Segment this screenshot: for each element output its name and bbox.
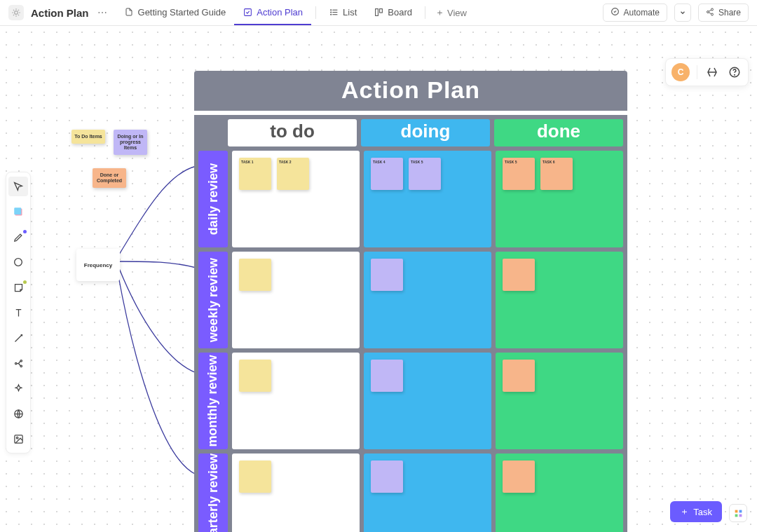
- share-button[interactable]: Share: [698, 4, 749, 22]
- action-plan-board[interactable]: Action Plan to do doing done daily revie…: [194, 71, 627, 532]
- presence-panel: C: [665, 58, 749, 86]
- svg-point-24: [16, 437, 18, 439]
- svg-point-0: [15, 11, 18, 15]
- cell-quarterly-doing[interactable]: [364, 453, 491, 532]
- page-title: Action Plan: [31, 7, 89, 19]
- connector-tool[interactable]: [8, 328, 28, 348]
- svg-point-11: [711, 8, 713, 11]
- tab-label: List: [343, 7, 357, 18]
- svg-point-13: [711, 13, 713, 15]
- cell-daily-done[interactable]: TASK 5 TASK 6: [496, 151, 623, 247]
- list-icon: [329, 7, 339, 17]
- automate-dropdown[interactable]: [674, 4, 691, 22]
- pen-tool[interactable]: [8, 227, 28, 247]
- tab-action-plan[interactable]: Action Plan: [234, 0, 311, 25]
- tab-list[interactable]: List: [320, 0, 365, 25]
- sticky[interactable]: [371, 259, 403, 291]
- sticky[interactable]: [503, 461, 535, 493]
- cell-daily-doing[interactable]: TASK 4 TASK 5: [364, 151, 491, 247]
- sticky-task2[interactable]: TASK 2: [277, 158, 309, 190]
- cell-daily-todo[interactable]: TASK 1 TASK 2: [232, 151, 360, 247]
- add-view-button[interactable]: ＋ View: [430, 6, 472, 19]
- share-label: Share: [718, 8, 741, 18]
- shape-tool[interactable]: [8, 252, 28, 272]
- sticky[interactable]: [239, 360, 271, 392]
- whiteboard-canvas[interactable]: C To Do Items Doing or In progress Items…: [0, 26, 757, 532]
- image-tool[interactable]: [8, 429, 28, 449]
- select-tool[interactable]: [8, 177, 28, 196]
- sticky-task1[interactable]: TASK 1: [239, 158, 271, 190]
- svg-rect-1: [244, 8, 251, 15]
- row-daily: daily review TASK 1 TASK 2 TASK 4 TASK 5…: [198, 151, 623, 247]
- automate-button[interactable]: Automate: [603, 4, 667, 22]
- cell-weekly-done[interactable]: [496, 252, 623, 348]
- board-title: Action Plan: [194, 71, 627, 111]
- ai-tool[interactable]: [8, 378, 28, 398]
- tab-board[interactable]: Board: [365, 0, 421, 25]
- apps-button[interactable]: [729, 504, 747, 522]
- sticky-tool[interactable]: [8, 202, 28, 221]
- automate-icon: [611, 7, 620, 18]
- sticky[interactable]: [371, 360, 403, 392]
- sticky-task5b[interactable]: TASK 5: [503, 158, 535, 190]
- svg-point-18: [15, 259, 22, 266]
- help-icon[interactable]: [727, 64, 742, 80]
- cell-monthly-todo[interactable]: [232, 353, 360, 449]
- tab-getting-started[interactable]: Getting Started Guide: [116, 0, 235, 25]
- new-task-button[interactable]: ＋ Task: [670, 501, 722, 522]
- sticky[interactable]: [371, 461, 403, 493]
- col-done: done: [494, 119, 623, 146]
- row-weekly: weekly review: [198, 252, 623, 348]
- text-tool[interactable]: [8, 303, 28, 322]
- web-tool[interactable]: [8, 404, 28, 423]
- tab-label: Action Plan: [257, 7, 303, 18]
- row-label-quarterly: quarterly review: [198, 453, 228, 532]
- svg-point-26: [735, 74, 735, 75]
- cell-monthly-doing[interactable]: [364, 353, 491, 449]
- tab-label: Getting Started Guide: [138, 7, 226, 18]
- row-label-daily: daily review: [198, 151, 228, 247]
- automate-label: Automate: [624, 8, 660, 18]
- sticky-task4[interactable]: TASK 4: [371, 158, 403, 190]
- row-label-weekly: weekly review: [198, 252, 228, 348]
- sticky[interactable]: [503, 259, 535, 291]
- svg-rect-28: [739, 510, 742, 512]
- sticky-task5[interactable]: TASK 5: [409, 158, 441, 190]
- col-doing: doing: [361, 119, 490, 146]
- frequency-node[interactable]: Frequency: [76, 249, 120, 281]
- row-quarterly: quarterly review: [198, 453, 623, 532]
- sticky[interactable]: [239, 259, 271, 291]
- legend-todo[interactable]: To Do Items: [71, 130, 105, 144]
- doc-icon: [124, 7, 134, 17]
- svg-point-19: [15, 362, 17, 364]
- separator: [315, 6, 316, 19]
- note-tool[interactable]: [8, 278, 28, 297]
- whiteboard-icon: [8, 5, 24, 20]
- svg-point-5: [330, 9, 331, 10]
- cell-weekly-doing[interactable]: [364, 252, 491, 348]
- sticky-task6[interactable]: TASK 6: [540, 158, 573, 190]
- mindmap-tool[interactable]: [8, 353, 28, 373]
- cell-quarterly-done[interactable]: [496, 453, 623, 532]
- fit-icon[interactable]: [704, 64, 720, 80]
- tab-label: Board: [388, 7, 412, 18]
- sticky[interactable]: [503, 360, 535, 392]
- avatar[interactable]: C: [671, 63, 690, 81]
- column-headers: to do doing done: [194, 115, 627, 146]
- cell-weekly-todo[interactable]: [232, 252, 360, 348]
- sticky[interactable]: [239, 461, 271, 493]
- svg-line-15: [709, 12, 711, 13]
- legend-doing[interactable]: Doing or In progress Items: [114, 130, 147, 155]
- svg-rect-17: [14, 207, 21, 214]
- legend-done[interactable]: Done or Completed: [93, 168, 126, 188]
- cell-quarterly-todo[interactable]: [232, 453, 360, 532]
- cell-monthly-done[interactable]: [496, 353, 623, 449]
- more-icon[interactable]: ⋯: [96, 7, 109, 18]
- task-label: Task: [693, 507, 712, 517]
- board-icon: [374, 7, 383, 17]
- svg-point-21: [20, 365, 22, 367]
- svg-line-14: [709, 10, 711, 11]
- view-tabs: Getting Started Guide Action Plan List B…: [116, 0, 472, 25]
- svg-point-7: [330, 14, 331, 15]
- canvas-toolbar: [6, 172, 31, 453]
